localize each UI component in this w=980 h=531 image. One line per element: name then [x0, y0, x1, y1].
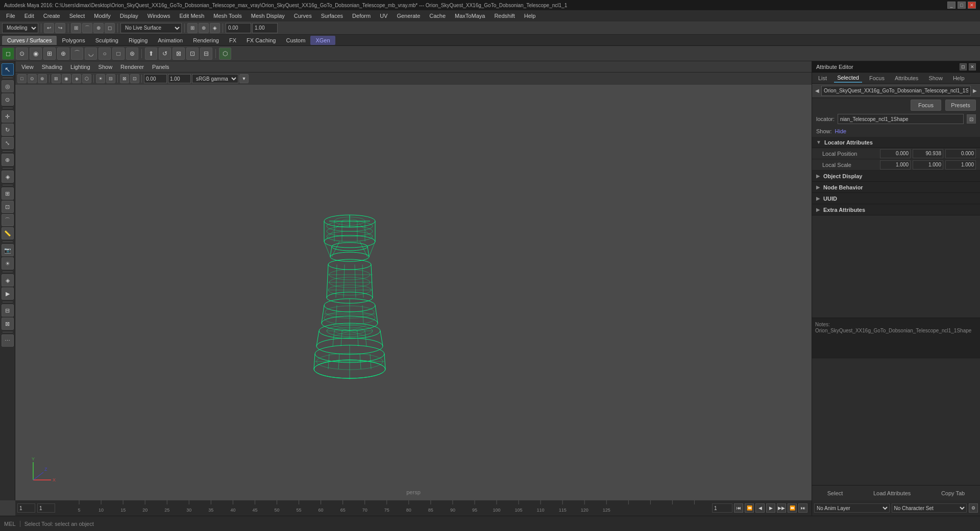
viewport-menu-view[interactable]: View: [18, 63, 37, 71]
copy-tab-btn[interactable]: Copy Tab: [935, 488, 971, 498]
close-button[interactable]: ✕: [968, 2, 976, 9]
tab-custom[interactable]: Custom: [281, 36, 311, 45]
menu-surfaces[interactable]: Surfaces: [317, 12, 347, 20]
scale-tool-btn[interactable]: ⤡: [2, 137, 14, 149]
extrude-btn[interactable]: ⬆: [145, 47, 157, 60]
maximize-button[interactable]: □: [958, 2, 966, 9]
vp-exposure-input[interactable]: [144, 74, 167, 83]
value-input-1[interactable]: [226, 23, 251, 33]
menu-maxtomaya[interactable]: MaxToMaya: [451, 12, 489, 20]
vp-grid-btn[interactable]: ⊠: [120, 74, 129, 83]
hex-btn[interactable]: ⬡: [219, 47, 231, 60]
attr-tab-focus[interactable]: Focus: [866, 74, 888, 82]
xform-btn[interactable]: ⊕: [199, 23, 209, 33]
value-input-2[interactable]: [252, 23, 278, 33]
menu-modify[interactable]: Modify: [90, 12, 114, 20]
attr-close-btn[interactable]: ✕: [969, 63, 976, 70]
play-btn[interactable]: ▶: [766, 503, 775, 513]
universal-manip-btn[interactable]: ⊕: [2, 154, 14, 166]
locator-section-header[interactable]: Locator Attributes: [812, 137, 980, 148]
char-set-selector[interactable]: No Character Set: [892, 503, 967, 513]
quick-render-btn[interactable]: ▶: [2, 287, 14, 300]
hide-button[interactable]: Hide: [835, 128, 847, 134]
rotate-tool-btn[interactable]: ↻: [2, 124, 14, 136]
wireframe-btn[interactable]: ⊙: [16, 47, 28, 60]
attr-tab-list[interactable]: List: [815, 74, 830, 82]
move-tool-btn[interactable]: ✛: [2, 110, 14, 123]
tab-xgen[interactable]: XGen: [310, 36, 335, 45]
vp-wireframe-btn[interactable]: ⊞: [52, 74, 61, 83]
select-bottom-btn[interactable]: Select: [821, 488, 849, 498]
timeline-start-frame[interactable]: [17, 503, 35, 513]
snap-grid-btn[interactable]: ⊞: [71, 23, 81, 33]
revolve-btn[interactable]: ↺: [159, 47, 171, 60]
menu-display[interactable]: Display: [116, 12, 142, 20]
vp-snap-btn[interactable]: ⊕: [38, 74, 47, 83]
redo-btn[interactable]: ↪: [55, 23, 65, 33]
menu-select[interactable]: Select: [65, 12, 89, 20]
attr-tab-attributes[interactable]: Attributes: [892, 74, 921, 82]
attr-tab-selected[interactable]: Selected: [834, 74, 862, 83]
menu-file[interactable]: File: [2, 12, 19, 20]
local-pos-x-input[interactable]: [880, 149, 911, 158]
attr-detach-btn[interactable]: ⊡: [960, 63, 967, 70]
object-display-section-header[interactable]: Object Display: [812, 171, 980, 182]
live-surface-selector[interactable]: No Live Surface: [120, 23, 182, 33]
soft-select-btn[interactable]: ◈: [2, 171, 14, 183]
vp-gamma-input[interactable]: [168, 74, 191, 83]
menu-cache[interactable]: Cache: [425, 12, 450, 20]
node-name-input[interactable]: [821, 86, 971, 96]
tab-rigging[interactable]: Rigging: [124, 36, 153, 45]
viewport-canvas[interactable]: X Y Z persp: [15, 85, 812, 500]
viewport-menu-show[interactable]: Show: [95, 63, 116, 71]
locator-input[interactable]: [838, 114, 964, 124]
node-next-arrow[interactable]: ▶: [973, 88, 977, 93]
tab-polygons[interactable]: Polygons: [57, 36, 90, 45]
menu-mesh-tools[interactable]: Mesh Tools: [209, 12, 246, 20]
menu-redshift[interactable]: Redshift: [490, 12, 519, 20]
focus-button[interactable]: Focus: [911, 100, 941, 111]
undo-btn[interactable]: ↩: [44, 23, 54, 33]
prev-keyframe-btn[interactable]: ⏪: [745, 503, 754, 513]
render-settings-btn[interactable]: ◈: [2, 274, 14, 286]
locator-options-btn[interactable]: ⊡: [967, 114, 976, 124]
select-tool-left[interactable]: ↖: [2, 63, 14, 76]
mode-selector[interactable]: Modeling: [2, 23, 38, 33]
extra-attributes-section-header[interactable]: Extra Attributes: [812, 204, 980, 215]
menu-mesh-display[interactable]: Mesh Display: [247, 12, 289, 20]
skip-to-start-btn[interactable]: ⏮: [734, 503, 743, 513]
transform-btn[interactable]: ⊞: [187, 23, 198, 33]
local-pos-y-input[interactable]: [913, 149, 943, 158]
menu-curves[interactable]: Curves: [290, 12, 316, 20]
cv-btn[interactable]: ⊞: [43, 47, 56, 60]
menu-create[interactable]: Create: [39, 12, 64, 20]
tab-sculpting[interactable]: Sculpting: [90, 36, 124, 45]
vp-colorspace-options[interactable]: ▼: [239, 74, 249, 83]
node-prev-arrow[interactable]: ◀: [815, 88, 819, 93]
snap-surface-btn[interactable]: ◻: [105, 23, 115, 33]
play-forward-btn[interactable]: ▶▶: [777, 503, 786, 513]
viewport-menu-shading[interactable]: Shading: [39, 63, 65, 71]
vp-shadow-btn[interactable]: ⊟: [106, 74, 115, 83]
menu-edit-mesh[interactable]: Edit Mesh: [175, 12, 208, 20]
helix-btn[interactable]: ⊛: [126, 47, 138, 60]
local-scale-y-input[interactable]: [913, 160, 943, 170]
vp-smooth-btn[interactable]: ◉: [62, 74, 71, 83]
anim-layer-selector[interactable]: No Anim Layer: [814, 503, 890, 513]
vp-shaded-btn[interactable]: ◈: [72, 74, 81, 83]
current-frame-input[interactable]: [712, 503, 732, 513]
birail-btn[interactable]: ⊡: [186, 47, 199, 60]
tab-fx-caching[interactable]: FX Caching: [241, 36, 281, 45]
load-attributes-btn[interactable]: Load Attributes: [867, 488, 917, 498]
camera-btn[interactable]: 📷: [2, 244, 14, 256]
timeline-current-frame[interactable]: [37, 503, 55, 513]
vp-texture-btn[interactable]: ⬡: [82, 74, 91, 83]
node-behavior-section-header[interactable]: Node Behavior: [812, 182, 980, 193]
bezier-btn[interactable]: ⌒: [71, 47, 83, 60]
local-pos-z-input[interactable]: [945, 149, 976, 158]
tab-fx[interactable]: FX: [224, 36, 241, 45]
lasso-tool-btn[interactable]: ⊙: [2, 93, 14, 106]
loft-btn[interactable]: ⊠: [173, 47, 185, 60]
vp-colorspace-select[interactable]: sRGB gamma: [192, 74, 238, 83]
menu-generate[interactable]: Generate: [393, 12, 424, 20]
